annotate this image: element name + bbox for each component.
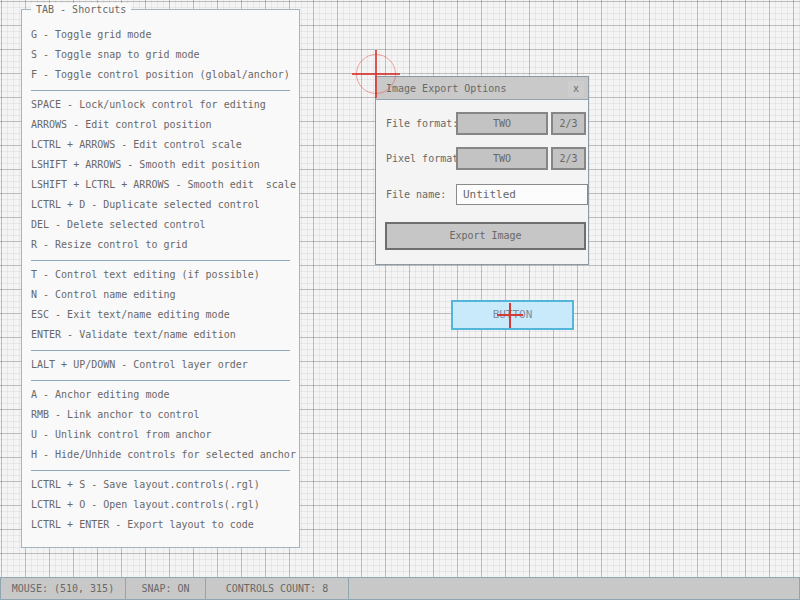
anchor-cross-icon [352,73,400,75]
shortcut-item: N - Control name editing [31,285,176,305]
shortcut-item: LSHIFT + LCTRL + ARROWS - Smooth edit sc… [31,175,296,195]
file-name-input[interactable] [456,184,588,205]
status-bar: MOUSE: (510, 315) SNAP: ON CONTROLS COUN… [0,577,800,600]
layout-canvas[interactable]: TAB - Shortcuts G - Toggle grid modeS - … [0,0,800,600]
shortcut-item: H - Hide/Unhide controls for selected an… [31,445,296,465]
shortcuts-list: G - Toggle grid modeS - Toggle snap to g… [22,10,299,547]
pixel-format-row: Pixel format: TWO 2/3 [376,147,588,170]
export-image-button[interactable]: Export Image [385,222,586,250]
shortcut-item: LSHIFT + ARROWS - Smooth edit position [31,155,260,175]
shortcut-item: S - Toggle snap to grid mode [31,45,200,65]
mouse-crosshair-hline [497,314,523,316]
file-format-label: File format: [386,112,458,135]
divider [31,90,290,91]
shortcuts-panel: TAB - Shortcuts G - Toggle grid modeS - … [21,9,300,548]
pixel-format-pager-button[interactable]: 2/3 [551,147,586,170]
shortcut-item: ARROWS - Edit control position [31,115,212,135]
file-format-row: File format: TWO 2/3 [376,112,588,135]
file-format-dropdown[interactable]: TWO [456,112,548,135]
shortcut-item: ENTER - Validate text/name edition [31,325,236,345]
shortcut-item: R - Resize control to grid [31,235,188,255]
shortcut-item: A - Anchor editing mode [31,385,169,405]
status-empty-segment [348,577,800,600]
shortcut-item: LCTRL + ARROWS - Edit control scale [31,135,242,155]
shortcut-item: F - Toggle control position (global/anch… [31,65,290,85]
dialog-title: Image Export Options [386,77,506,100]
shortcut-item: ESC - Exit text/name editing mode [31,305,230,325]
divider [31,470,290,471]
status-snap-mode: SNAP: ON [125,577,206,600]
status-controls-count: CONTROLS COUNT: 8 [205,577,349,600]
image-export-dialog: Image Export Options x File format: TWO … [375,76,589,265]
shortcut-item: T - Control text editing (if possible) [31,265,260,285]
shortcut-item: LCTRL + S - Save layout.controls(.rgl) [31,475,260,495]
shortcut-item: SPACE - Lock/unlock control for editing [31,95,266,115]
shortcut-item: LCTRL + D - Duplicate selected control [31,195,260,215]
shortcut-item: LALT + UP/DOWN - Control layer order [31,355,248,375]
shortcut-item: LCTRL + ENTER - Export layout to code [31,515,254,535]
file-name-row: File name: [376,183,588,206]
shortcut-item: LCTRL + O - Open layout.controls(.rgl) [31,495,260,515]
pixel-format-dropdown[interactable]: TWO [456,147,548,170]
shortcut-item: DEL - Delete selected control [31,215,206,235]
file-name-label: File name: [386,183,446,206]
dialog-titlebar[interactable]: Image Export Options x [376,77,588,100]
close-icon[interactable]: x [568,81,584,97]
divider [31,350,290,351]
file-format-pager-button[interactable]: 2/3 [551,112,586,135]
pixel-format-label: Pixel format: [386,147,464,170]
divider [31,260,290,261]
divider [31,380,290,381]
shortcut-item: RMB - Link anchor to control [31,405,200,425]
shortcut-item: G - Toggle grid mode [31,25,151,45]
shortcut-item: U - Unlink control from anchor [31,425,212,445]
status-mouse-position: MOUSE: (510, 315) [0,577,126,600]
